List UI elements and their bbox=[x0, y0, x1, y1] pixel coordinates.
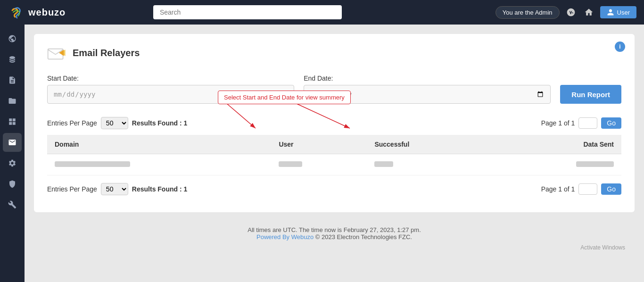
results-found-top: Results Found : 1 bbox=[132, 119, 187, 127]
col-successful: Successful bbox=[367, 135, 490, 154]
footer: All times are UTC. The time now is Febru… bbox=[34, 220, 635, 242]
domain-placeholder bbox=[55, 161, 130, 167]
user-placeholder bbox=[279, 161, 302, 167]
cell-successful bbox=[367, 154, 490, 175]
entries-per-page-select-top[interactable]: 50 25 100 bbox=[101, 117, 128, 129]
col-domain: Domain bbox=[47, 135, 271, 154]
page-input-bottom[interactable] bbox=[578, 183, 597, 195]
go-button-bottom[interactable]: Go bbox=[601, 183, 621, 195]
col-data-sent: Data Sent bbox=[491, 135, 621, 154]
home-icon bbox=[584, 8, 594, 17]
sidebar-item-file[interactable] bbox=[3, 71, 22, 90]
email-relayer-icon bbox=[47, 45, 67, 60]
copyright-text: © 2023 Electron Technologies FZC. bbox=[315, 233, 412, 241]
cell-data-sent bbox=[491, 154, 621, 175]
page-nav-top: Page 1 of 1 Go bbox=[541, 117, 621, 129]
table-header-row: Domain User Successful Data Sent bbox=[47, 135, 621, 154]
entries-per-page-select-bottom[interactable]: 50 25 100 bbox=[101, 183, 128, 195]
wordpress-icon-btn[interactable] bbox=[564, 6, 578, 19]
cell-user bbox=[271, 154, 367, 175]
sidebar bbox=[0, 25, 25, 282]
grid-icon bbox=[8, 117, 17, 126]
wordpress-icon bbox=[566, 8, 576, 17]
email-relayers-card: i Email Relayers Select Start and End Da… bbox=[34, 34, 635, 212]
globe-icon bbox=[8, 34, 17, 43]
page-input-top[interactable] bbox=[578, 117, 597, 129]
user-button[interactable]: User bbox=[600, 6, 636, 18]
results-found-bottom: Results Found : 1 bbox=[132, 185, 187, 193]
tooltip-box: Select Start and End Date for view summe… bbox=[218, 91, 351, 104]
logo-text: webuzo bbox=[28, 7, 66, 18]
sidebar-item-settings[interactable] bbox=[3, 154, 22, 173]
cell-domain bbox=[47, 154, 271, 175]
shield-icon bbox=[8, 180, 17, 188]
user-icon bbox=[607, 8, 614, 16]
sidebar-item-email[interactable] bbox=[3, 133, 22, 152]
page-label-bottom: Page 1 of 1 bbox=[541, 185, 575, 193]
sidebar-item-database[interactable] bbox=[3, 50, 22, 69]
file-icon bbox=[8, 76, 17, 84]
page-nav-bottom: Page 1 of 1 Go bbox=[541, 183, 621, 195]
go-button-top[interactable]: Go bbox=[601, 117, 621, 129]
page-title: Email Relayers bbox=[73, 48, 140, 58]
sidebar-item-globe[interactable] bbox=[3, 29, 22, 48]
sidebar-item-folder[interactable] bbox=[3, 91, 22, 110]
entries-per-page-label-bottom: Entries Per Page bbox=[47, 185, 97, 193]
sidebar-item-shield[interactable] bbox=[3, 174, 22, 193]
search-input[interactable] bbox=[153, 5, 342, 19]
svg-point-0 bbox=[8, 4, 24, 20]
table-header: Domain User Successful Data Sent bbox=[47, 135, 621, 154]
col-user: User bbox=[271, 135, 367, 154]
header: webuzo You are the Admin User bbox=[0, 0, 644, 25]
main-content: i Email Relayers Select Start and End Da… bbox=[25, 25, 644, 282]
entries-per-page-label-top: Entries Per Page bbox=[47, 119, 97, 127]
data-sent-placeholder bbox=[576, 161, 614, 167]
card-header: Email Relayers bbox=[47, 45, 621, 60]
settings-icon bbox=[8, 159, 17, 167]
start-date-label: Start Date: bbox=[47, 75, 294, 82]
powered-by: Powered By Webuzo © 2023 Electron Techno… bbox=[34, 233, 635, 241]
admin-badge: You are the Admin bbox=[495, 6, 560, 19]
top-pagination-bar: Entries Per Page 50 25 100 Results Found… bbox=[47, 117, 621, 129]
wrench-icon bbox=[8, 200, 17, 209]
user-label: User bbox=[617, 9, 630, 16]
table-body bbox=[47, 154, 621, 175]
database-icon bbox=[8, 55, 17, 64]
sidebar-item-grid[interactable] bbox=[3, 112, 22, 131]
search-bar bbox=[153, 5, 342, 19]
webuzo-logo bbox=[8, 4, 25, 21]
logo-area: webuzo bbox=[8, 4, 74, 21]
successful-placeholder bbox=[374, 161, 393, 167]
header-right: You are the Admin User bbox=[495, 6, 636, 19]
timezone-text: All times are UTC. The time now is Febru… bbox=[34, 226, 635, 233]
email-relayers-table: Domain User Successful Data Sent bbox=[47, 135, 621, 175]
page-label-top: Page 1 of 1 bbox=[541, 119, 575, 127]
info-icon[interactable]: i bbox=[615, 41, 625, 52]
end-date-label: End Date: bbox=[304, 75, 551, 82]
table-row bbox=[47, 154, 621, 175]
run-report-button[interactable]: Run Report bbox=[560, 85, 621, 104]
email-sidebar-icon bbox=[8, 138, 17, 147]
powered-by-link[interactable]: Powered By Webuzo bbox=[256, 233, 314, 241]
activate-windows: Activate Windows bbox=[34, 244, 635, 251]
sidebar-item-wrench[interactable] bbox=[3, 195, 22, 214]
folder-icon bbox=[8, 97, 17, 105]
home-icon-btn[interactable] bbox=[582, 6, 595, 19]
bottom-pagination-bar: Entries Per Page 50 25 100 Results Found… bbox=[47, 183, 621, 195]
